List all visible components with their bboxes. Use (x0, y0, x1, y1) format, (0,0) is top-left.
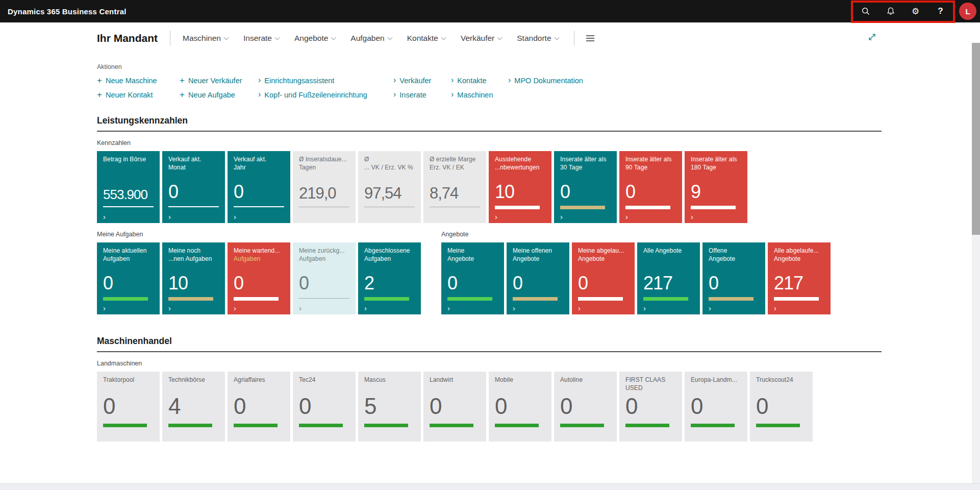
tile-value: 0 (447, 273, 457, 294)
nav-item-aufgaben[interactable]: Aufgaben (350, 34, 391, 43)
avatar[interactable]: L (959, 3, 976, 20)
nav-item-label: Kontakte (407, 34, 438, 43)
chevron-down-icon (224, 35, 229, 40)
tile-inserate-älter-als-180-tage[interactable]: Inserate älter als180 Tage9› (685, 151, 747, 223)
chevron-right-icon: › (393, 76, 396, 84)
tile-status-bar (625, 424, 669, 427)
tile-meine-angebote[interactable]: MeineAngebote0› (441, 242, 504, 314)
nav-item-angebote[interactable]: Angebote (294, 34, 335, 43)
tile-meine-noch-nen-aufgaben[interactable]: Meine noch...nen Aufgaben10› (162, 242, 225, 314)
nav-item-standorte[interactable]: Standorte (517, 34, 558, 43)
tile-ausstehende-nbewertungen[interactable]: Ausstehende...nbewertungen10› (489, 151, 551, 223)
action-label: Verkäufer (399, 77, 431, 85)
tile-title: Tec24 (299, 376, 355, 384)
tile-title: Inserate älter als90 Tage (625, 156, 681, 172)
tile-title: Truckscout24 (756, 376, 812, 384)
tile-value: 0 (103, 394, 115, 419)
tile-alle-angebote[interactable]: Alle Angebote217› (637, 242, 700, 314)
action-neuer-verkäufer[interactable]: +Neuer Verkäufer (180, 76, 258, 85)
bell-icon[interactable] (883, 4, 898, 19)
action-label: Maschinen (457, 91, 493, 99)
tile-abgeschlossene-aufgaben[interactable]: AbgeschlosseneAufgaben2› (358, 242, 421, 314)
nav-item-verkäufer[interactable]: Verkäufer (461, 34, 501, 43)
nav-item-kontakte[interactable]: Kontakte (407, 34, 445, 43)
tile-inserate-älter-als-30-tage[interactable]: Inserate älter als30 Tage0› (554, 151, 617, 223)
tile-alle-abgelaufe-angebote[interactable]: Alle abgelaufe...Angebote217› (768, 242, 831, 314)
action-neue-maschine[interactable]: +Neue Maschine (97, 76, 180, 85)
action-kontakte[interactable]: ›Kontakte (451, 76, 508, 85)
tile-meine-abgelau-angebote[interactable]: Meine abgelau...Angebote0› (572, 242, 635, 314)
tile-status-bar (168, 206, 219, 207)
tile-meine-zurückg-aufgaben[interactable]: Meine zurückg...Aufgaben0› (293, 242, 356, 314)
tile-title: Meine offenenAngebote (513, 247, 568, 263)
tile-value: 0 (560, 181, 570, 203)
tile-value: 10 (495, 181, 514, 203)
tile-title: Mobile (495, 376, 550, 384)
plus-icon: + (97, 90, 102, 99)
tile-status-bar (495, 206, 540, 209)
tile-status-bar (578, 297, 623, 301)
tile-title: Verkauf akt.Monat (168, 156, 224, 172)
tile-offene-angebote[interactable]: OffeneAngebote0› (702, 242, 765, 314)
tile-title: Mascus (364, 376, 420, 384)
hamburger-menu-icon[interactable] (581, 32, 600, 45)
chevron-right-icon: › (103, 213, 106, 220)
group-landmaschinen: LandmaschinenTraktorpool0Technikbörse4Ag… (97, 352, 813, 442)
action-verkäufer[interactable]: ›Verkäufer (393, 76, 451, 85)
tile-value: 0 (513, 273, 522, 294)
tile-value: 97,54 (364, 184, 401, 203)
chevron-right-icon: › (393, 90, 396, 99)
tile-inserate-älter-als-90-tage[interactable]: Inserate älter als90 Tage0› (619, 151, 682, 223)
tile-status-bar (364, 297, 409, 301)
tile-meine-offenen-angebote[interactable]: Meine offenenAngebote0› (507, 242, 569, 314)
expand-icon[interactable] (868, 33, 876, 43)
tile-verkauf-akt-jahr[interactable]: Verkauf akt.Jahr0› (228, 151, 290, 223)
action-kopf-und-fußzeileneinrichtung[interactable]: ›Kopf- und Fußzeileneinrichtung (258, 90, 393, 99)
tile-title: Ausstehende...nbewertungen (495, 156, 550, 172)
tile-europa-landm: Europa-Landm...0 (685, 372, 747, 442)
scrollbar-thumb[interactable] (972, 43, 980, 235)
group-label: Landmaschinen (97, 360, 813, 367)
tile-first-claas-used: FIRST CLAASUSED0 (619, 372, 682, 442)
section-title: Leistungskennzahlen (97, 115, 980, 126)
tile-betrag-in-börse[interactable]: Betrag in Börse553.900› (97, 151, 160, 223)
chevron-right-icon: › (168, 304, 171, 312)
tile-status-bar (299, 424, 343, 427)
action-label: Inserate (399, 91, 426, 99)
chevron-right-icon: › (447, 304, 450, 312)
nav-item-label: Aufgaben (350, 34, 384, 43)
action-mpo-dokumentation[interactable]: ›MPO Dokumentation (508, 76, 980, 85)
nav-item-label: Angebote (294, 34, 328, 43)
search-icon[interactable] (858, 4, 873, 19)
tile-meine-wartend-aufgaben[interactable]: Meine wartend...Aufgaben0› (228, 242, 290, 314)
gear-icon[interactable]: ⚙ (908, 4, 923, 19)
tile-status-bar (756, 424, 800, 427)
help-icon[interactable]: ? (933, 4, 948, 19)
chevron-right-icon: › (234, 213, 236, 220)
nav-item-inserate[interactable]: Inserate (243, 34, 279, 43)
actions-section: Aktionen +Neue Maschine+Neuer Verkäufer›… (97, 63, 980, 99)
app-title: Dynamics 365 Business Central (0, 7, 127, 16)
chevron-down-icon (275, 35, 280, 40)
tile-status-bar (560, 206, 605, 209)
tile-status-bar (364, 424, 408, 427)
tile-value: 217 (643, 273, 672, 294)
action-neuer-kontakt[interactable]: +Neuer Kontakt (97, 90, 180, 99)
tile-verkauf-akt-monat[interactable]: Verkauf akt.Monat0› (162, 151, 225, 223)
tile-meine-aktuellen-aufgaben[interactable]: Meine aktuellenAufgaben0› (97, 242, 160, 314)
tile-status-bar (168, 297, 213, 301)
actions-label: Aktionen (97, 63, 980, 70)
action-neue-aufgabe[interactable]: +Neue Aufgabe (180, 90, 258, 99)
tile-title: Betrag in Börse (103, 156, 159, 164)
tile-title: Meine abgelau...Angebote (578, 247, 634, 263)
nav-item-maschinen[interactable]: Maschinen (183, 34, 228, 43)
tile-status-bar (234, 206, 284, 207)
action-einrichtungsassistent[interactable]: ›Einrichtungsassistent (258, 76, 393, 85)
chevron-down-icon (331, 35, 336, 40)
tile-value: 0 (234, 181, 243, 203)
action-maschinen[interactable]: ›Maschinen (451, 90, 508, 99)
action-inserate[interactable]: ›Inserate (393, 90, 451, 99)
tile-technikbörse: Technikbörse4 (162, 372, 225, 442)
tile-status-bar (447, 297, 492, 301)
nav-item-label: Maschinen (183, 34, 221, 43)
